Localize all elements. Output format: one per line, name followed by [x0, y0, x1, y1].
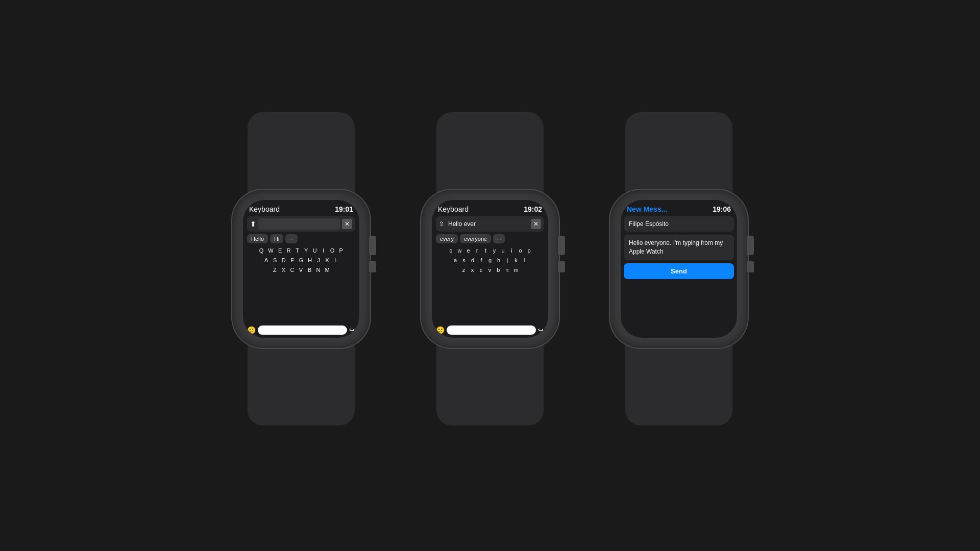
key-y[interactable]: Y: [303, 246, 310, 255]
watch-case-2: Keyboard 19:02 ⇧ Hello ever ✕ every ever…: [421, 190, 559, 348]
key-r[interactable]: R: [285, 246, 292, 255]
watch-body-1: Keyboard 19:01 ⬆ ✕ Hello Hi ···: [227, 112, 375, 439]
key2-n[interactable]: n: [503, 266, 510, 274]
screen-content-3: New Mess... 19:06 Filipe Espósito Hello …: [621, 200, 737, 338]
band-bottom-3: [625, 344, 732, 425]
watch-3: New Mess... 19:06 Filipe Espósito Hello …: [605, 112, 753, 439]
key-row-1-3: Z X C V B N M: [247, 266, 355, 274]
key-b[interactable]: B: [306, 266, 313, 274]
watch-case-3: New Mess... 19:06 Filipe Espósito Hello …: [610, 190, 748, 348]
watch-screen-2: Keyboard 19:02 ⇧ Hello ever ✕ every ever…: [432, 200, 548, 338]
side-button-3: [747, 261, 754, 272]
delete-icon-1[interactable]: ✕: [342, 219, 352, 229]
keyboard-2: q w e r t y u i o p a: [436, 246, 544, 323]
key-f[interactable]: F: [289, 256, 296, 264]
key2-q[interactable]: q: [448, 246, 455, 255]
screen-time-2: 19:02: [524, 205, 542, 213]
msg-header-3: New Mess... 19:06: [621, 200, 737, 216]
key2-d[interactable]: d: [469, 256, 476, 264]
key2-v[interactable]: v: [486, 266, 493, 274]
key-s[interactable]: S: [272, 256, 279, 264]
key-w[interactable]: W: [266, 246, 275, 255]
suggestions-row-2: every everyone ···: [436, 234, 544, 243]
key2-r[interactable]: r: [474, 246, 481, 255]
key2-y[interactable]: y: [491, 246, 498, 255]
suggestion-hi[interactable]: Hi: [270, 234, 283, 243]
watch-1: Keyboard 19:01 ⬆ ✕ Hello Hi ···: [227, 112, 375, 439]
screen-title-1: Keyboard: [249, 205, 280, 213]
text-input-content-2[interactable]: Hello ever: [446, 218, 529, 230]
delete-icon-2[interactable]: ✕: [531, 219, 541, 229]
key-v[interactable]: V: [297, 266, 304, 274]
key-row-2-1: q w e r t y u i o p: [436, 246, 544, 255]
screen-header-1: Keyboard 19:01: [247, 205, 355, 213]
key-q[interactable]: Q: [258, 246, 265, 255]
key-g[interactable]: G: [298, 256, 305, 264]
send-icon-2[interactable]: ↪: [538, 326, 544, 334]
key2-z[interactable]: z: [460, 266, 467, 274]
key-c[interactable]: C: [288, 266, 296, 274]
side-button-2: [558, 261, 565, 272]
band-bottom-2: [436, 344, 544, 425]
key2-g[interactable]: g: [486, 256, 494, 264]
emoji-icon-2[interactable]: 🙂: [436, 326, 445, 334]
screen-header-2: Keyboard 19:02: [436, 205, 544, 213]
key2-w[interactable]: w: [456, 246, 463, 255]
suggestion-every[interactable]: every: [436, 234, 458, 243]
screen-content-1: Keyboard 19:01 ⬆ ✕ Hello Hi ···: [243, 200, 359, 338]
key-h[interactable]: H: [306, 256, 313, 264]
send-icon-1[interactable]: ↪: [349, 326, 355, 334]
text-input-area-1[interactable]: [258, 218, 340, 230]
key-x[interactable]: X: [280, 266, 287, 274]
key2-o[interactable]: o: [517, 246, 524, 255]
key2-m[interactable]: m: [512, 266, 520, 274]
shift-icon-2: ⇧: [439, 220, 444, 228]
recipient-3: Filipe Espósito: [624, 216, 734, 232]
key2-j[interactable]: j: [504, 256, 511, 264]
watch-case-1: Keyboard 19:01 ⬆ ✕ Hello Hi ···: [232, 190, 370, 348]
key-a[interactable]: A: [263, 256, 270, 264]
key2-c[interactable]: c: [477, 266, 484, 274]
key2-s[interactable]: s: [460, 256, 468, 264]
screen-content-2: Keyboard 19:02 ⇧ Hello ever ✕ every ever…: [432, 200, 548, 338]
key2-p[interactable]: p: [526, 246, 533, 255]
input-row-2[interactable]: ⇧ Hello ever ✕: [436, 216, 544, 232]
key2-e[interactable]: e: [465, 246, 472, 255]
key-o[interactable]: O: [329, 246, 336, 255]
watch-body-3: New Mess... 19:06 Filipe Espósito Hello …: [605, 112, 753, 439]
suggestion-more-2[interactable]: ···: [493, 234, 505, 243]
crown-2: [558, 236, 565, 255]
suggestion-more[interactable]: ···: [285, 234, 297, 243]
key-l[interactable]: L: [332, 256, 339, 264]
key-u[interactable]: U: [311, 246, 318, 255]
key-i[interactable]: I: [320, 246, 327, 255]
key-p[interactable]: P: [337, 246, 345, 255]
key-n[interactable]: N: [314, 266, 322, 274]
key-j[interactable]: J: [315, 256, 322, 264]
key2-i[interactable]: i: [508, 246, 516, 255]
key2-f[interactable]: f: [478, 256, 485, 264]
key2-x[interactable]: x: [469, 266, 476, 274]
key-m[interactable]: M: [323, 266, 331, 274]
send-button-3[interactable]: Send: [624, 263, 734, 279]
key-k[interactable]: K: [324, 256, 331, 264]
key-d[interactable]: D: [280, 256, 287, 264]
key2-a[interactable]: a: [452, 256, 459, 264]
key2-k[interactable]: k: [512, 256, 520, 264]
key-t[interactable]: T: [294, 246, 301, 255]
space-bar-1[interactable]: [258, 325, 347, 335]
key-e[interactable]: E: [277, 246, 284, 255]
suggestion-hello[interactable]: Hello: [247, 234, 268, 243]
key2-h[interactable]: h: [495, 256, 502, 264]
bottom-bar-1: 🙂 ↪: [247, 325, 355, 335]
suggestion-everyone[interactable]: everyone: [460, 234, 491, 243]
key2-b[interactable]: b: [495, 266, 502, 274]
input-row-1[interactable]: ⬆ ✕: [247, 216, 355, 232]
key2-u[interactable]: u: [500, 246, 507, 255]
emoji-icon-1[interactable]: 🙂: [247, 326, 256, 334]
space-bar-2[interactable]: [447, 325, 536, 335]
key-z[interactable]: Z: [271, 266, 278, 274]
key2-t[interactable]: t: [482, 246, 489, 255]
key2-l[interactable]: l: [521, 256, 528, 264]
shift-icon-1: ⬆: [250, 220, 256, 228]
